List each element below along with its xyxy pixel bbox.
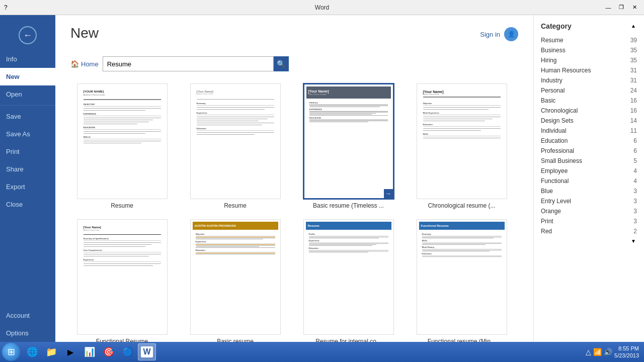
selected-icon: → (384, 189, 393, 198)
category-count: 24 (630, 87, 637, 94)
sidebar-divider (0, 105, 55, 106)
category-item-industry[interactable]: Industry31 (534, 75, 644, 85)
taskbar-explorer[interactable]: 📁 (42, 343, 60, 360)
close-button[interactable]: ✕ (629, 2, 640, 13)
sidebar: ← Info New Open Save Save As Print Share… (0, 15, 55, 342)
signin-label[interactable]: Sign in (480, 31, 500, 38)
category-item-functional[interactable]: Functional4 (534, 176, 644, 186)
category-label: Entry Level (541, 198, 571, 205)
category-item-print[interactable]: Print3 (534, 216, 644, 226)
help-icon[interactable]: ? (4, 4, 8, 11)
category-count: 5 (633, 157, 637, 164)
taskbar-word[interactable]: W (138, 343, 156, 360)
template-card[interactable]: [Your Name] Address • Phone • Email Summ… (184, 83, 287, 209)
taskbar-chrome[interactable]: 🔵 (119, 343, 137, 360)
category-panel: Category ▲ Resume39Business35Hiring35Hum… (533, 15, 644, 342)
sidebar-item-export[interactable]: Export (0, 178, 55, 196)
category-count: 6 (633, 147, 637, 154)
category-item-small_business[interactable]: Small Business5 (534, 156, 644, 166)
category-item-education[interactable]: Education6 (534, 136, 644, 146)
category-label: Business (541, 47, 566, 54)
category-item-orange[interactable]: Orange3 (534, 206, 644, 216)
category-count: 31 (630, 67, 637, 74)
scroll-up-icon[interactable]: ▲ (631, 20, 636, 35)
category-label: Education (541, 137, 568, 144)
category-item-entry_level[interactable]: Entry Level3 (534, 196, 644, 206)
taskbar-tray: △ 📶 🔊 8:55 PM 5/23/2013 (583, 342, 642, 362)
restore-button[interactable]: ❐ (616, 2, 627, 13)
category-item-human_resources[interactable]: Human Resources31 (534, 65, 644, 75)
category-label: Professional (541, 147, 574, 154)
sidebar-item-account[interactable]: Account (0, 307, 55, 324)
template-label: Chronological resume (... (428, 202, 495, 209)
back-icon: ← (19, 26, 37, 44)
template-label: Resume for internal co... (315, 338, 381, 342)
taskbar-app5[interactable]: 📊 (80, 343, 99, 360)
template-card[interactable]: [Your Name] Address | Phone | Email Obje… (410, 83, 513, 209)
category-item-basic[interactable]: Basic16 (534, 96, 644, 106)
category-count: 6 (633, 137, 637, 144)
home-button[interactable]: 🏠 Home (70, 60, 99, 68)
category-label: Resume (541, 37, 564, 44)
home-icon: 🏠 (70, 60, 79, 68)
back-button[interactable]: ← (0, 20, 55, 50)
taskbar-media[interactable]: ▶ (61, 343, 79, 360)
template-card[interactable]: Functional Resume Summary Skills Work Hi… (410, 219, 513, 342)
sidebar-item-open[interactable]: Open (0, 85, 55, 103)
scroll-down-icon[interactable]: ▼ (534, 236, 644, 246)
category-title: Category (534, 20, 579, 35)
category-item-business[interactable]: Business35 (534, 45, 644, 55)
taskbar-ie[interactable]: 🌐 (23, 343, 41, 360)
template-label: Basic resume (217, 338, 254, 342)
tray-network-icon[interactable]: 📶 (593, 348, 602, 356)
sidebar-item-save-as[interactable]: Save As (0, 125, 55, 143)
taskbar-app6[interactable]: 🎯 (100, 343, 118, 360)
category-item-professional[interactable]: Professional6 (534, 146, 644, 156)
sidebar-item-print[interactable]: Print (0, 143, 55, 160)
category-item-personal[interactable]: Personal24 (534, 85, 644, 96)
template-card[interactable]: [Your Name] Address | Phone | Email Summ… (70, 219, 174, 342)
template-thumbnail: Resume Profile Experience Education (303, 219, 394, 335)
category-count: 31 (630, 77, 637, 84)
category-item-hiring[interactable]: Hiring35 (534, 55, 644, 65)
template-card[interactable]: [Your Name] Title | Phone | Email PROFIL… (297, 83, 400, 209)
template-card[interactable]: AUSTIN AUSTIN PROSMANS Objective Experie… (184, 219, 287, 342)
sidebar-item-info[interactable]: Info (0, 50, 55, 68)
category-item-resume[interactable]: Resume39 (534, 35, 644, 45)
category-item-individual[interactable]: Individual11 (534, 126, 644, 136)
category-label: Employee (541, 167, 568, 174)
tray-clock[interactable]: 8:55 PM 5/23/2013 (614, 345, 639, 359)
search-button[interactable]: 🔍 (274, 56, 289, 71)
minimize-button[interactable]: — (603, 2, 614, 13)
media-icon: ▶ (67, 347, 73, 357)
category-item-design_sets[interactable]: Design Sets14 (534, 116, 644, 126)
category-count: 3 (633, 198, 637, 205)
category-label: Industry (541, 77, 562, 84)
category-item-blue[interactable]: Blue3 (534, 186, 644, 196)
tray-arrow-icon[interactable]: △ (586, 348, 591, 356)
template-thumbnail: [Your Name] Address • Phone • Email Summ… (190, 83, 281, 199)
sidebar-item-options[interactable]: Options (0, 324, 55, 342)
sidebar-item-close[interactable]: Close (0, 196, 55, 213)
category-item-chronological[interactable]: Chronological16 (534, 106, 644, 116)
sidebar-item-new[interactable]: New (0, 68, 55, 85)
sidebar-item-save[interactable]: Save (0, 108, 55, 125)
app6-icon: 🎯 (103, 346, 114, 357)
template-thumbnail: [Your Name] Title | Phone | Email PROFIL… (303, 83, 394, 199)
search-input[interactable] (103, 56, 274, 71)
tray-volume-icon[interactable]: 🔊 (604, 348, 612, 356)
category-label: Print (541, 218, 553, 225)
category-item-red[interactable]: Red2 (534, 226, 644, 236)
template-label: Basic resume (Timeless ... (313, 202, 384, 209)
category-count: 4 (633, 177, 637, 185)
template-card[interactable]: [YOUR NAME] Address | Phone | Email OBJE… (70, 83, 174, 209)
word-icon: W (141, 346, 152, 357)
template-card[interactable]: Resume Profile Experience Education (297, 219, 400, 342)
category-item-employee[interactable]: Employee4 (534, 166, 644, 176)
template-thumbnail: [Your Name] Address | Phone | Email Summ… (77, 219, 168, 335)
category-count: 16 (630, 97, 637, 104)
sidebar-item-share[interactable]: Share (0, 160, 55, 178)
template-label: Resume (111, 202, 133, 209)
category-label: Blue (541, 188, 553, 195)
start-button[interactable]: ⊞ (2, 343, 20, 361)
